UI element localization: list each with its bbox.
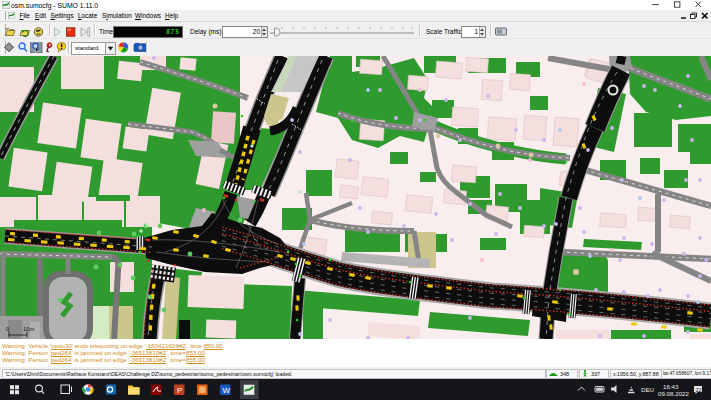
svg-text:DEU: DEU bbox=[641, 386, 654, 393]
svg-text:09.08.2022: 09.08.2022 bbox=[658, 390, 690, 397]
svg-text:P: P bbox=[177, 386, 182, 395]
svg-text:16:43: 16:43 bbox=[663, 383, 679, 390]
svg-text:0: 0 bbox=[6, 326, 9, 332]
svg-text:10m: 10m bbox=[23, 326, 34, 332]
svg-text:W: W bbox=[223, 386, 231, 395]
svg-text:22: 22 bbox=[696, 387, 702, 393]
